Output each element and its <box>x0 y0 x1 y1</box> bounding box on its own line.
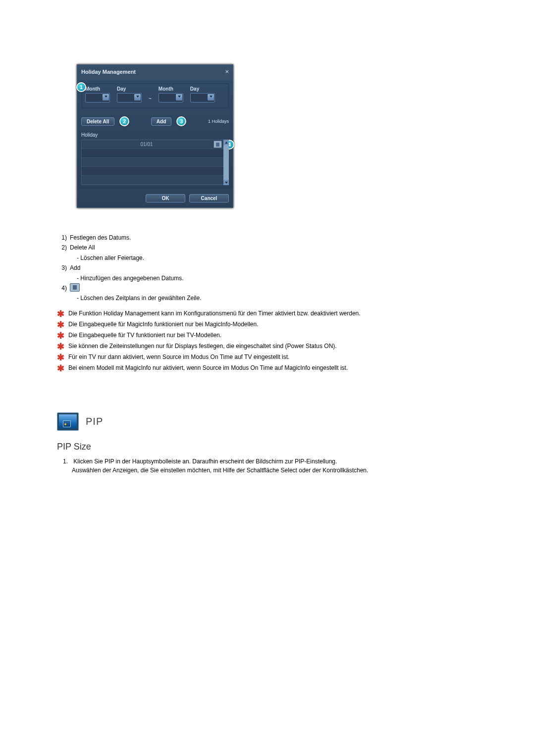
list-subtext: Löschen aller Feiertage. <box>77 253 481 263</box>
note-text: Bei einem Modell mit MagicInfo nur aktiv… <box>68 364 348 372</box>
to-month-label: Month <box>159 86 183 92</box>
from-month-field: Month <box>85 86 110 102</box>
list-item: 4) <box>57 283 481 293</box>
holiday-table: 01/01 4 <box>81 140 224 185</box>
dialog-titlebar: Holiday Management × <box>77 65 233 80</box>
star-icon: ✱ <box>57 320 64 329</box>
scroll-up-icon[interactable] <box>223 140 229 145</box>
trash-icon[interactable] <box>214 141 222 148</box>
to-month-select[interactable] <box>159 93 183 102</box>
note: ✱Die Funktion Holiday Management kann im… <box>57 309 481 318</box>
note: ✱Die Eingabequelle für MagicInfo funktio… <box>57 320 481 329</box>
callout-2: 2 <box>119 116 129 126</box>
from-day-field: Day <box>117 86 142 102</box>
table-header: Holiday <box>81 132 229 138</box>
dialog-footer: OK Cancel <box>77 189 233 207</box>
trash-icon <box>70 283 80 292</box>
star-icon: ✱ <box>57 309 64 318</box>
list-item: 1) Festlegen des Datums. <box>57 233 481 243</box>
scroll-down-icon[interactable] <box>223 180 229 185</box>
to-day-label: Day <box>190 86 215 92</box>
from-month-label: Month <box>85 86 110 92</box>
list-number: 4) <box>57 283 67 293</box>
add-button[interactable]: Add <box>151 117 171 126</box>
note-text: Für ein TV nur dann aktiviert, wenn Sour… <box>68 353 289 361</box>
list-number: 1) <box>57 233 67 243</box>
dialog-title: Holiday Management <box>81 69 136 75</box>
list-subtext: Löschen des Zeitplans in der gewählten Z… <box>77 293 481 303</box>
note-text: Sie können die Zeiteinstellungen nur für… <box>68 342 337 351</box>
pip-step: 1. Klicken Sie PIP in der Hauptsymbollei… <box>63 457 481 475</box>
chevron-down-icon <box>210 96 213 98</box>
list-text: Delete All <box>70 243 95 252</box>
list-number: 2) <box>57 243 67 252</box>
date-range-row: 1 Month Day ~ Month Day <box>81 83 229 108</box>
row-date: 01/01 <box>82 142 212 147</box>
to-day-select[interactable] <box>190 93 215 102</box>
star-icon: ✱ <box>57 364 64 373</box>
pip-section-header: PIP <box>57 412 481 431</box>
button-row: Delete All 2 Add 3 1 Holidays <box>81 116 229 126</box>
pip-size-heading: PIP Size <box>57 442 481 452</box>
list-item: 2) Delete All <box>57 243 481 252</box>
callout-1: 1 <box>76 82 86 92</box>
notes-block: ✱Die Funktion Holiday Management kann im… <box>57 309 481 373</box>
step-text: Klicken Sie PIP in der Hauptsymbolleiste… <box>73 458 337 465</box>
ok-button[interactable]: OK <box>146 194 185 202</box>
close-icon[interactable]: × <box>225 68 229 75</box>
list-item: 3) Add <box>57 263 481 273</box>
chevron-down-icon <box>136 96 139 98</box>
to-month-field: Month <box>159 86 183 102</box>
callout-3: 3 <box>176 116 186 126</box>
from-day-select[interactable] <box>117 93 142 102</box>
list-text: Festlegen des Datums. <box>70 233 131 243</box>
holiday-count: 1 Holidays <box>208 119 229 124</box>
cancel-button[interactable]: Cancel <box>189 194 229 202</box>
pip-icon <box>57 412 79 431</box>
step-text: Auswählen der Anzeigen, die Sie einstell… <box>72 466 368 475</box>
table-row <box>82 149 223 158</box>
table-row <box>82 158 223 167</box>
note-text: Die Funktion Holiday Management kann im … <box>68 309 361 318</box>
chevron-down-icon <box>105 96 107 98</box>
range-separator: ~ <box>149 96 152 101</box>
star-icon: ✱ <box>57 342 64 351</box>
holiday-management-dialog: Holiday Management × 1 Month Day ~ Month <box>77 64 233 208</box>
note: ✱Die Eingabequelle für TV funktioniert n… <box>57 331 481 340</box>
delete-all-button[interactable]: Delete All <box>81 117 114 126</box>
to-day-field: Day <box>190 86 215 102</box>
from-month-select[interactable] <box>85 93 110 102</box>
note: ✱Sie können die Zeiteinstellungen nur fü… <box>57 342 481 351</box>
table-row <box>82 176 223 185</box>
star-icon: ✱ <box>57 331 64 340</box>
numbered-list: 1) Festlegen des Datums. 2) Delete All L… <box>57 233 481 303</box>
chevron-down-icon <box>178 96 181 98</box>
holiday-table-wrap: 01/01 4 <box>81 140 223 185</box>
list-number: 3) <box>57 263 67 273</box>
list-subtext: Hinzufügen des angegebenen Datums. <box>77 273 481 283</box>
table-scrollbar[interactable] <box>223 140 229 185</box>
note: ✱Für ein TV nur dann aktiviert, wenn Sou… <box>57 353 481 362</box>
table-row: 01/01 4 <box>82 140 223 149</box>
note-text: Die Eingabequelle für TV funktioniert nu… <box>68 331 221 340</box>
note-text: Die Eingabequelle für MagicInfo funktion… <box>68 320 259 329</box>
section-title: PIP <box>86 416 103 427</box>
dialog-body: 1 Month Day ~ Month Day <box>77 80 233 189</box>
table-row <box>82 167 223 176</box>
list-text: Add <box>70 263 80 273</box>
note: ✱Bei einem Modell mit MagicInfo nur akti… <box>57 364 481 373</box>
from-day-label: Day <box>117 86 142 92</box>
step-number: 1. <box>63 457 72 466</box>
star-icon: ✱ <box>57 353 64 362</box>
